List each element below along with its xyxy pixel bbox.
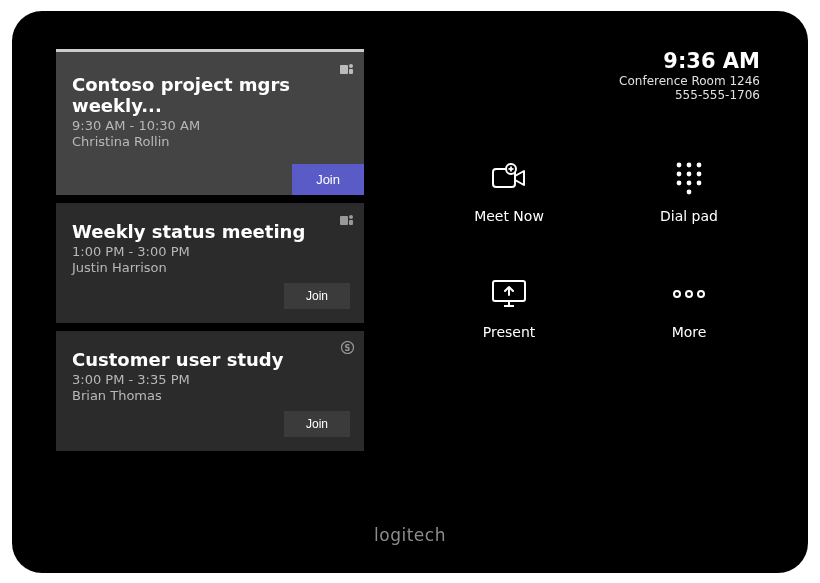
svg-point-4 <box>349 215 353 219</box>
meeting-title: Weekly status meeting <box>72 221 348 242</box>
svg-rect-5 <box>349 220 353 225</box>
action-label: More <box>672 324 707 340</box>
svg-rect-3 <box>340 216 348 225</box>
skype-icon: S <box>341 339 354 358</box>
room-phone: 555-555-1706 <box>424 88 760 102</box>
meeting-card-current[interactable]: Contoso project mgrs weekly... 9:30 AM -… <box>56 49 364 195</box>
meeting-time: 1:00 PM - 3:00 PM <box>72 244 348 259</box>
right-pane: 9:36 AM Conference Room 1246 555-555-170… <box>364 49 764 521</box>
action-label: Present <box>483 324 536 340</box>
meeting-time: 9:30 AM - 10:30 AM <box>72 118 348 133</box>
meeting-organizer: Brian Thomas <box>72 388 348 403</box>
action-label: Dial pad <box>660 208 718 224</box>
dialpad-icon <box>665 158 713 198</box>
video-camera-icon <box>485 158 533 198</box>
meeting-card[interactable]: S Customer user study 3:00 PM - 3:35 PM … <box>56 331 364 451</box>
svg-point-15 <box>677 171 682 176</box>
svg-point-21 <box>687 189 692 194</box>
room-status: 9:36 AM Conference Room 1246 555-555-170… <box>424 49 764 102</box>
more-dots-icon <box>665 274 713 314</box>
meetings-list: Contoso project mgrs weekly... 9:30 AM -… <box>56 49 364 521</box>
device-brand: logitech <box>56 525 764 545</box>
room-name: Conference Room 1246 <box>424 74 760 88</box>
meeting-title: Customer user study <box>72 349 348 370</box>
svg-point-26 <box>686 291 692 297</box>
join-button[interactable]: Join <box>284 411 350 437</box>
svg-point-27 <box>698 291 704 297</box>
svg-text:S: S <box>345 343 351 352</box>
meeting-organizer: Christina Rollin <box>72 134 348 149</box>
more-button[interactable]: More <box>614 274 764 340</box>
dial-pad-button[interactable]: Dial pad <box>614 158 764 224</box>
svg-point-25 <box>674 291 680 297</box>
svg-rect-2 <box>349 69 353 74</box>
svg-rect-0 <box>340 65 348 74</box>
meeting-card[interactable]: Weekly status meeting 1:00 PM - 3:00 PM … <box>56 203 364 323</box>
svg-point-19 <box>687 180 692 185</box>
meeting-title: Contoso project mgrs weekly... <box>72 74 348 116</box>
svg-point-16 <box>687 171 692 176</box>
screen: Contoso project mgrs weekly... 9:30 AM -… <box>56 49 764 521</box>
svg-point-13 <box>687 162 692 167</box>
svg-point-17 <box>697 171 702 176</box>
teams-icon <box>340 211 354 230</box>
join-button[interactable]: Join <box>292 164 364 195</box>
join-button[interactable]: Join <box>284 283 350 309</box>
svg-point-14 <box>697 162 702 167</box>
meeting-time: 3:00 PM - 3:35 PM <box>72 372 348 387</box>
svg-point-1 <box>349 64 353 68</box>
present-screen-icon <box>485 274 533 314</box>
svg-point-20 <box>697 180 702 185</box>
meeting-organizer: Justin Harrison <box>72 260 348 275</box>
teams-icon <box>340 60 354 79</box>
quick-actions: Meet Now Dial pad <box>424 158 764 340</box>
svg-point-12 <box>677 162 682 167</box>
action-label: Meet Now <box>474 208 544 224</box>
clock: 9:36 AM <box>424 49 760 73</box>
meet-now-button[interactable]: Meet Now <box>434 158 584 224</box>
present-button[interactable]: Present <box>434 274 584 340</box>
device-frame: Contoso project mgrs weekly... 9:30 AM -… <box>12 11 808 573</box>
svg-point-18 <box>677 180 682 185</box>
